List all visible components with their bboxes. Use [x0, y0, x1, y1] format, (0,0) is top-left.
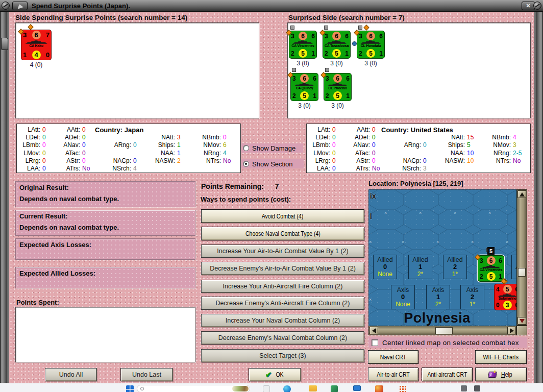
- close-icon: ✕: [526, 3, 530, 9]
- radio-circle-show-damage[interactable]: [243, 145, 249, 151]
- unit-counter-ca-vincennes[interactable]: 366CA Vincennes251: [289, 31, 317, 59]
- up-arrow-icon: [520, 192, 525, 197]
- unit-counter-cl-honolulu[interactable]: 366CL Honolulu251: [357, 31, 385, 59]
- stat-natt-: NAtt:15: [435, 134, 479, 141]
- naval-crt-label: Naval CRT: [380, 354, 406, 361]
- taskbar-icon-dots[interactable]: [399, 385, 407, 392]
- stat-nrng-: NRng:2-5: [481, 150, 528, 157]
- surprised-units-panel[interactable]: 366CA Vincennes2513 (0)366CA Tuscaloosa2…: [287, 22, 531, 118]
- combat-column-box-axis-1: Axis12*: [426, 285, 450, 309]
- decrease-enemy-naval-column-button[interactable]: Decrease Enemy's Naval Combat Column (2): [201, 331, 364, 345]
- radio-circle-show-section[interactable]: [243, 161, 249, 167]
- expected-allied-losses-box: Expected Allied Losses:: [15, 267, 195, 288]
- taskbar-icon-tray-2[interactable]: [474, 385, 480, 391]
- increase-air-combat-label: Increase Your Air-to-Air Combat Value By…: [217, 248, 349, 255]
- increase-naval-column-label: Increase Your Naval Combat Column (2): [226, 317, 340, 324]
- taskbar-icon-app-light[interactable]: [263, 385, 270, 392]
- taskbar-icon-excel[interactable]: [331, 385, 338, 392]
- unit-counter-cl-phoenix[interactable]: 366CL Phoenix251: [324, 73, 352, 101]
- choose-naval-combat-type-button[interactable]: Choose Naval Combat Type (4): [201, 227, 364, 240]
- stat-laa-: LAA:0: [309, 165, 344, 172]
- unit-name: CA Quincy: [291, 86, 318, 90]
- stat-latt-: LAtt:0: [309, 127, 344, 133]
- taskbar-icon-tray-1[interactable]: [461, 385, 467, 391]
- stat-nacp-: NACp:0: [103, 158, 144, 164]
- counter-bottom-values: 251: [480, 272, 502, 281]
- unit-stack-label: 3 (0): [287, 60, 319, 67]
- vertical-scroll-thumb[interactable]: [518, 268, 526, 277]
- unit-stack-label: 3 (0): [355, 60, 387, 67]
- radio-show-section[interactable]: Show Section: [241, 159, 304, 168]
- anti-aircraft-crt-button[interactable]: Anti-aircraft CRT: [422, 368, 473, 381]
- increase-aa-column-button[interactable]: Increase Your Anti-Aircraft Fire Column …: [201, 280, 364, 293]
- radio-show-damage[interactable]: Show Damage: [241, 143, 303, 153]
- center-map-row[interactable]: Center linked map on selected combat hex: [368, 337, 527, 348]
- original-result-title: Original Result:: [19, 184, 191, 191]
- stat-ships-: Ships:5: [435, 142, 479, 149]
- ok-button[interactable]: ✔ OK: [249, 368, 301, 381]
- counter-bottom-values: 251: [292, 91, 316, 100]
- taskbar-icon-monitor[interactable]: [353, 385, 361, 391]
- stat-aatt-: AAtt:0: [57, 127, 100, 133]
- decrease-enemy-aa-column-label: Decrease Enemy's Anti-Aircraft Fire Colu…: [216, 300, 350, 307]
- naval-crt-button[interactable]: Naval CRT: [368, 350, 418, 364]
- scroll-down-button[interactable]: [517, 317, 526, 325]
- unit-counter-ca-vincennes[interactable]: 366CA Vincennes251: [478, 255, 504, 282]
- wif-fe-charts-button[interactable]: WIF FE Charts: [475, 350, 527, 364]
- radio-label-show-damage: Show Damage: [252, 144, 295, 152]
- stat-nrng-: NRng:4: [191, 150, 238, 157]
- air-to-air-crt-button[interactable]: Air-to-air CRT: [368, 368, 418, 381]
- stat-arng-: ARng:0: [103, 142, 144, 149]
- unit-counter-ca-tuscaloosa[interactable]: 366CA Tuscaloosa251: [323, 31, 351, 59]
- orange-above-r-marker: [363, 24, 369, 30]
- window-menu-button[interactable]: [12, 2, 28, 10]
- increase-naval-column-button[interactable]: Increase Your Naval Combat Column (2): [201, 314, 364, 327]
- undo-last-button[interactable]: Undo Last: [120, 368, 173, 381]
- unit-name: CL Honolulu: [357, 44, 384, 47]
- taskbar-icon-folder[interactable]: [309, 385, 317, 391]
- spending-units-panel[interactable]: 367CA Kako1404 (0): [15, 22, 259, 118]
- avoid-combat-label: Avoid Combat (4): [262, 213, 304, 220]
- hex-anchor-mark: ×: [419, 210, 422, 215]
- help-button[interactable]: Help: [475, 368, 527, 381]
- combat-column-box-allied-partial: Allied: [511, 255, 516, 279]
- hex-anchor-mark: ×: [436, 239, 439, 244]
- unit-counter-submarine[interactable]: 456Submarine030: [494, 284, 516, 310]
- map-horizontal-scrollbar[interactable]: [368, 326, 516, 335]
- avoid-combat-button[interactable]: Avoid Combat (4): [201, 209, 364, 223]
- unit-counter-ca-kako[interactable]: 367CA Kako140: [21, 30, 52, 60]
- decrease-enemy-air-combat-button[interactable]: Decrease Enemy's Air-to-Air Combat Value…: [201, 262, 364, 275]
- help-label: Help: [501, 371, 512, 378]
- map-vertical-scrollbar[interactable]: [516, 189, 527, 326]
- undo-all-button[interactable]: Undo All: [45, 368, 97, 381]
- expected-axis-losses-box: Expected Axis Losses:: [15, 238, 195, 260]
- map-viewport[interactable]: ix l Polynesia ×××××××××××××Allied0NoneA…: [368, 189, 516, 326]
- select-target-button[interactable]: Select Target (3): [201, 349, 364, 362]
- unit-stack-label: 4 (0): [19, 61, 54, 68]
- increase-air-combat-button[interactable]: Increase Your Air-to-Air Combat Value By…: [201, 244, 364, 258]
- decrease-enemy-aa-column-button[interactable]: Decrease Enemy's Anti-Aircraft Fire Colu…: [201, 297, 364, 310]
- surprised-side-header: Surprised Side (search number = 7): [288, 14, 405, 21]
- taskbar[interactable]: [0, 383, 543, 392]
- map-label-fragment-1: ix: [370, 192, 376, 200]
- scroll-up-button[interactable]: [517, 190, 526, 198]
- stat-astr-: AStr:0: [347, 158, 389, 164]
- taskbar-icon-wif-cat[interactable]: [375, 385, 383, 392]
- taskbar-icon-search[interactable]: [137, 385, 250, 392]
- wif-fe-charts-label: WIF FE Charts: [483, 354, 519, 361]
- stat-nmov-: NMov:6: [191, 142, 238, 149]
- combat-column-box-axis-0: Axis0None: [391, 285, 415, 309]
- anti-aircraft-crt-label: Anti-aircraft CRT: [427, 371, 467, 378]
- center-map-checkbox[interactable]: [372, 339, 378, 346]
- taskbar-icon-start[interactable]: [126, 385, 134, 392]
- scroll-left-button[interactable]: [369, 327, 378, 334]
- stat-lrrg-: LRrg:0: [19, 158, 55, 164]
- expected-allied-losses-title: Expected Allied Losses:: [19, 270, 191, 277]
- stat-nasw-: NASW:2: [145, 158, 189, 164]
- stat-natt-: NAtt:3: [145, 134, 189, 141]
- scroll-right-button[interactable]: [507, 327, 516, 334]
- horizontal-scroll-thumb[interactable]: [435, 327, 453, 334]
- orange-above-marker: [28, 24, 33, 30]
- taskbar-icon-edge[interactable]: [283, 385, 291, 392]
- unit-counter-ca-quincy[interactable]: 366CA Quincy251: [290, 73, 318, 101]
